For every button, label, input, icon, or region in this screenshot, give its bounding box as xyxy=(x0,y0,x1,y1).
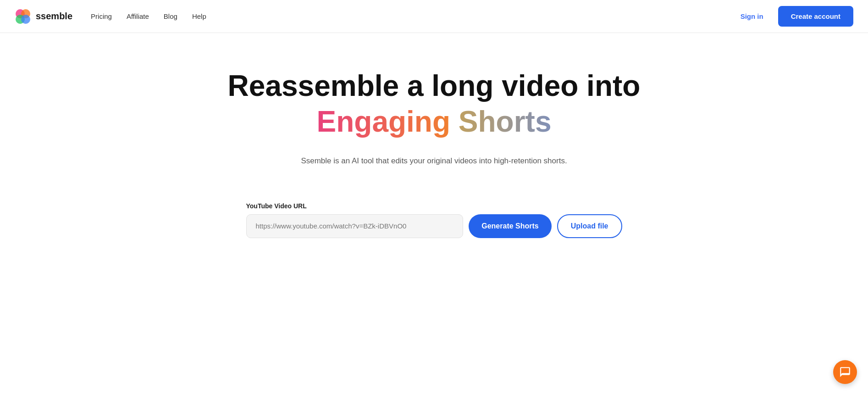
svg-point-3 xyxy=(21,15,30,24)
create-account-button[interactable]: Create account xyxy=(778,6,853,27)
nav-right: Sign in Create account xyxy=(733,6,853,27)
url-input-row: Generate Shorts Upload file xyxy=(246,214,622,238)
navbar: ssemble Pricing Affiliate Blog Help Sign… xyxy=(0,0,868,33)
nav-left: ssemble Pricing Affiliate Blog Help xyxy=(15,8,206,25)
nav-link-pricing[interactable]: Pricing xyxy=(91,12,112,20)
hero-subtitle-line: Engaging Shorts xyxy=(317,106,552,138)
nav-link-blog[interactable]: Blog xyxy=(164,12,177,20)
hero-word-shorts: Shorts xyxy=(459,105,552,138)
logo[interactable]: ssemble xyxy=(15,8,72,25)
sign-in-button[interactable]: Sign in xyxy=(733,9,771,24)
hero-section: Reassemble a long video into Engaging Sh… xyxy=(0,33,868,266)
upload-file-button[interactable]: Upload file xyxy=(557,214,622,238)
logo-text: ssemble xyxy=(36,11,72,22)
generate-shorts-button[interactable]: Generate Shorts xyxy=(469,214,551,238)
hero-description: Ssemble is an AI tool that edits your or… xyxy=(301,156,567,166)
nav-link-help[interactable]: Help xyxy=(192,12,206,20)
youtube-url-input[interactable] xyxy=(246,214,464,238)
chat-bubble[interactable] xyxy=(833,360,857,384)
nav-link-affiliate[interactable]: Affiliate xyxy=(127,12,149,20)
nav-links: Pricing Affiliate Blog Help xyxy=(91,12,206,20)
hero-word-engaging: Engaging xyxy=(317,105,451,138)
hero-title-line1: Reassemble a long video into xyxy=(228,70,641,102)
url-form: YouTube Video URL Generate Shorts Upload… xyxy=(246,202,622,238)
chat-icon xyxy=(839,366,851,378)
logo-icon xyxy=(15,8,31,25)
url-label: YouTube Video URL xyxy=(246,202,622,210)
